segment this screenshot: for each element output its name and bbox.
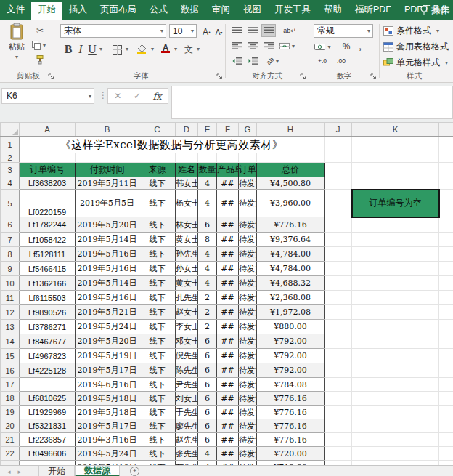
comma-style-button[interactable]: , [354, 39, 366, 52]
cell-C15[interactable]: 线下 [139, 349, 176, 363]
cell-B17[interactable]: 2019年6月16日 [76, 378, 139, 392]
cell-A8[interactable]: Lf5128111 [20, 247, 76, 262]
align-right-button[interactable] [261, 39, 276, 52]
cut-button[interactable]: ✂ [32, 24, 48, 37]
cell-G15[interactable]: 待发货 [239, 349, 257, 363]
cell-A11[interactable]: Lf6115503 [20, 291, 76, 305]
ribbon-tab-2[interactable]: 插入 [62, 0, 94, 20]
decrease-indent-button[interactable] [229, 55, 244, 68]
cell-D3[interactable]: 姓名 [176, 163, 198, 177]
cell-C22[interactable]: 线下 [139, 447, 176, 461]
chevron-down-icon[interactable]: ▾ [86, 93, 94, 100]
cell-K1[interactable] [352, 137, 439, 153]
cell-B19[interactable]: 2019年5月18日 [76, 406, 139, 419]
cell-B9[interactable]: 2019年5月16日 [76, 262, 139, 276]
cell-K9[interactable] [352, 262, 439, 276]
align-bottom-button[interactable] [261, 24, 276, 37]
cell-J10[interactable] [325, 276, 352, 291]
chevron-down-icon[interactable]: ▾ [195, 46, 202, 52]
cell-D18[interactable]: 刘女士 [176, 392, 198, 406]
align-top-button[interactable] [229, 24, 244, 37]
cell-H21[interactable]: ¥776.16 [257, 433, 325, 447]
cell-K4[interactable] [352, 177, 439, 190]
row-header-4[interactable]: 4 [1, 177, 20, 190]
cell-C5[interactable]: 线下 [139, 190, 176, 217]
ribbon-tab-0[interactable]: 文件 [0, 0, 31, 20]
cell-D5[interactable]: 杨女士 [176, 190, 198, 217]
row-header-15[interactable]: 15 [1, 349, 20, 363]
cell-D7[interactable]: 黄女士 [176, 233, 198, 247]
cell-G11[interactable]: 待发货 [239, 291, 257, 305]
cell-E3[interactable]: 数量 [198, 163, 217, 177]
decrease-font-size-button[interactable]: A▾ [213, 25, 225, 39]
orientation-button[interactable]: ab ▾ [264, 55, 284, 68]
cell-F13[interactable]: ## [217, 320, 239, 334]
col-header-B[interactable]: B [76, 123, 139, 137]
cell-F16[interactable]: ## [217, 363, 239, 378]
cell-A12[interactable]: Lf9890526 [20, 305, 76, 320]
row-header-21[interactable]: 21 [1, 433, 20, 447]
cell-E17[interactable]: 6 [198, 378, 217, 392]
cell-A7[interactable]: Lf1058422 [20, 233, 76, 247]
cell-E5[interactable]: 4 [198, 190, 217, 217]
cell-F20[interactable]: ## [217, 419, 239, 433]
cell-J18[interactable] [325, 392, 352, 406]
cell-B3[interactable]: 付款时间 [76, 163, 139, 177]
cell-K21[interactable] [352, 433, 439, 447]
cell-J15[interactable] [325, 349, 352, 363]
ribbon-tab-3[interactable]: 页面布局 [94, 0, 143, 20]
cell-F18[interactable]: ## [217, 392, 239, 406]
cell-F15[interactable]: ## [217, 349, 239, 363]
cell-E22[interactable]: 4 [198, 447, 217, 461]
cell-C10[interactable]: 线下 [139, 276, 176, 291]
font-size-combo[interactable]: 10 ▾ [169, 24, 197, 38]
cell-J20[interactable] [325, 419, 352, 433]
cell-D14[interactable]: 邓女士 [176, 334, 198, 349]
cell-B6[interactable]: 2019年5月20日 [76, 217, 139, 233]
cell-F8[interactable]: ## [217, 247, 239, 262]
ribbon-tab-4[interactable]: 公式 [143, 0, 174, 20]
row-header-19[interactable]: 19 [1, 406, 20, 419]
cell-D13[interactable]: 李女士 [176, 320, 198, 334]
cell-D6[interactable]: 林女士 [176, 217, 198, 233]
cell-A20[interactable]: Lf5321831 [20, 419, 76, 433]
cell-A22[interactable]: Lf0496606 [20, 447, 76, 461]
ribbon-tab-5[interactable]: 数据 [174, 0, 205, 20]
cell-G13[interactable]: 待发货 [239, 320, 257, 334]
row-header-10[interactable]: 10 [1, 276, 20, 291]
cell-A19[interactable]: Lf1929969 [20, 406, 76, 419]
chevron-down-icon[interactable]: ▾ [365, 28, 372, 34]
cell-G8[interactable]: 待发货 [239, 247, 257, 262]
formula-input[interactable] [171, 86, 453, 119]
col-header-H[interactable]: H [257, 123, 325, 137]
cell-F5[interactable]: ## [217, 190, 239, 217]
cell-H18[interactable]: ¥776.16 [257, 392, 325, 406]
cell-K11[interactable] [352, 291, 439, 305]
cell-B13[interactable]: 2019年5月24日 [76, 320, 139, 334]
cell-K3[interactable] [352, 163, 439, 177]
cell-F6[interactable]: ## [217, 217, 239, 233]
chevron-down-icon[interactable]: ▾ [172, 46, 179, 52]
cell-F21[interactable]: ## [217, 433, 239, 447]
cell-H16[interactable]: ¥792.00 [257, 363, 325, 378]
cell-F2[interactable] [217, 153, 239, 163]
cell-G18[interactable]: 待发货 [239, 392, 257, 406]
cell-F12[interactable]: ## [217, 305, 239, 320]
font-name-combo[interactable]: 宋体 ▾ [60, 24, 166, 38]
cell-H4[interactable]: ¥4,500.80 [257, 177, 325, 190]
cell-K17[interactable] [352, 378, 439, 392]
col-header-K[interactable]: K [352, 123, 439, 137]
cell-J14[interactable] [325, 334, 352, 349]
cell-G19[interactable]: 待发货 [239, 406, 257, 419]
row-header-9[interactable]: 9 [1, 262, 20, 276]
cell-G14[interactable]: 待发货 [239, 334, 257, 349]
cell-G5[interactable]: 待发货 [239, 190, 257, 217]
font-dialog-launcher[interactable] [216, 73, 223, 80]
cell-D9[interactable]: 孙女士 [176, 262, 198, 276]
cell-A6[interactable]: Lf1782244 [20, 217, 76, 233]
name-box[interactable]: K6 ▾ [1, 88, 94, 104]
cell-K12[interactable] [352, 305, 439, 320]
col-header-G[interactable]: G [239, 123, 257, 137]
row-header-16[interactable]: 16 [1, 363, 20, 378]
cell-H22[interactable]: ¥720.00 [257, 447, 325, 461]
